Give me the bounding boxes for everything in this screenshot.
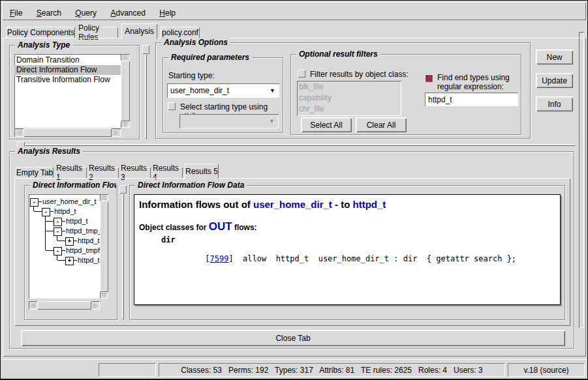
attrib-combobox-disabled: ▼ [179, 114, 279, 128]
page-scrollbar[interactable] [579, 32, 584, 328]
list-item[interactable]: Domain Transition [14, 55, 121, 65]
regex-checkbox[interactable] [425, 74, 433, 82]
tab-policy-conf[interactable]: policy.conf [161, 27, 200, 38]
scroll-thumb[interactable] [37, 301, 91, 310]
tab-results-3[interactable]: Results 3 [121, 167, 151, 178]
flow-data-text[interactable]: Information flows out of user_home_dir_t… [134, 194, 561, 305]
scroll-up-icon[interactable]: △ [121, 54, 130, 61]
tab-results-1[interactable]: Results 1 [56, 167, 87, 178]
tree-node-label[interactable]: httpd_t [66, 216, 88, 226]
sash-line[interactable] [145, 54, 147, 139]
required-parameters-group: Required parameters Starting type: user_… [162, 57, 283, 133]
rule-number-link[interactable]: 7599 [209, 254, 228, 263]
tree-row[interactable]: - httpd_tmp_t [29, 226, 100, 236]
tree-node-label[interactable]: httpd_t [78, 256, 100, 265]
tree-row[interactable]: + httpd_t [29, 256, 100, 265]
target-type: httpd_t [353, 199, 386, 210]
flow-tree-title: Direct Information Flow T [30, 181, 116, 190]
tab-empty-tab[interactable]: Empty Tab [16, 167, 54, 178]
tree-node-label[interactable]: httpd_tmpfs_t [66, 246, 100, 256]
regex-checkbox-row: Find end types using regular expression: [425, 74, 521, 91]
sash-line[interactable] [122, 194, 124, 319]
regex-input[interactable]: httpd_t [425, 93, 518, 106]
tree-node-label[interactable]: httpd_tmp_t [66, 226, 100, 236]
menu-help[interactable]: Help [159, 8, 176, 18]
scroll-left-icon[interactable]: ◁ [14, 130, 23, 136]
starting-type-combobox[interactable]: user_home_dir_t ▼ [167, 83, 279, 98]
rule-line: [7599] allow httpd_t user_home_dir_t : d… [158, 245, 560, 272]
tab-results-4[interactable]: Results 4 [153, 167, 183, 178]
scroll-up-icon[interactable]: △ [100, 194, 108, 201]
sash-handle[interactable] [142, 45, 149, 54]
sash-handle[interactable] [119, 185, 127, 194]
tab-results-2[interactable]: Results 2 [89, 167, 119, 178]
flow-heading: Information flows out of user_home_dir_t… [139, 199, 560, 210]
source-type: user_home_dir_t [253, 199, 332, 210]
menu-file[interactable]: File [10, 8, 22, 18]
new-button[interactable]: New [536, 50, 573, 65]
tab-analysis[interactable]: Analysis [121, 23, 157, 39]
status-stats: Classes: 53 Perms: 192 Types: 317 Attrib… [159, 363, 505, 377]
tab-policy-rules[interactable]: Policy Rules [78, 27, 118, 38]
scroll-thumb[interactable] [121, 61, 130, 121]
flow-tree-group: Direct Information Flow T [24, 185, 117, 320]
tree-expander[interactable]: - [42, 208, 50, 216]
tree-row[interactable]: + httpd_t [29, 236, 100, 246]
scroll-down-icon[interactable]: ▽ [100, 292, 108, 299]
tree-row[interactable]: - httpd_tmpfs_t [29, 246, 100, 256]
menu-query[interactable]: Query [75, 8, 97, 18]
analysis-type-hscrollbar[interactable]: ◁ ▷ [14, 128, 121, 137]
list-item-selected[interactable]: Direct Information Flow [14, 65, 121, 75]
analysis-type-list[interactable]: Domain Transition Direct Information Flo… [14, 54, 121, 128]
tree-hscrollbar[interactable]: ◁ ▷ [29, 301, 100, 310]
scroll-thumb[interactable] [100, 201, 108, 292]
tree-row[interactable]: - httpd_t [29, 216, 100, 226]
info-button[interactable]: Info [536, 96, 573, 111]
tree-expander[interactable]: + [65, 237, 74, 246]
tree-expander[interactable]: - [54, 227, 62, 236]
tree-expander[interactable]: + [65, 257, 74, 265]
scroll-thumb[interactable] [23, 128, 112, 137]
tree-node-label[interactable]: user_home_dir_t [42, 197, 97, 207]
analysis-type-title: Analysis Type [15, 40, 72, 50]
flow-tree[interactable]: - user_home_dir_t - httpd_t - httpd_t - … [29, 194, 100, 299]
object-class-checkbox[interactable] [298, 70, 305, 78]
object-class-label: dir [161, 235, 560, 244]
status-empty-panel [99, 363, 156, 377]
scroll-right-icon[interactable]: ▷ [91, 302, 100, 309]
close-tab-button[interactable]: Close Tab [21, 330, 565, 346]
clear-all-button[interactable]: Clear All [356, 117, 407, 132]
scroll-left-icon[interactable]: ◁ [29, 302, 37, 309]
flow-data-group: Direct Information Flow Data Information… [129, 185, 565, 320]
attrib-checkbox[interactable] [168, 102, 176, 110]
tree-vscrollbar[interactable]: △ ▽ [100, 194, 108, 299]
tree-node-label-selected[interactable]: httpd_t [54, 207, 76, 216]
starting-type-value: user_home_dir_t [170, 86, 229, 95]
select-all-button[interactable]: Select All [301, 117, 352, 132]
tree-node-label[interactable]: httpd_t [78, 236, 100, 246]
update-button[interactable]: Update [536, 73, 573, 88]
starting-type-label: Starting type: [168, 71, 215, 80]
scroll-right-icon[interactable]: ▷ [112, 130, 121, 136]
tab-results-5[interactable]: Results 5 [185, 164, 219, 179]
tree-row[interactable]: - httpd_t [29, 207, 100, 216]
status-version: v.18 (source) [508, 363, 585, 377]
tree-expander[interactable]: - [30, 198, 39, 207]
sash-line[interactable] [25, 144, 575, 146]
apol-window: File Search Query Advanced Help Policy C… [0, 0, 588, 380]
menu-search[interactable]: Search [37, 8, 61, 18]
menu-advanced[interactable]: Advanced [110, 8, 145, 18]
status-bar: Classes: 53 Perms: 192 Types: 317 Attrib… [1, 359, 588, 379]
analysis-type-vscrollbar[interactable]: △ ▽ [121, 54, 130, 128]
object-class-checkbox-label: Filter results by object class: [310, 70, 409, 79]
dropdown-arrow-icon: ▼ [269, 118, 275, 124]
tree-expander[interactable]: - [54, 218, 62, 226]
list-item[interactable]: Transitive Information Flow [14, 75, 121, 85]
tab-policy-components[interactable]: Policy Components [7, 27, 75, 38]
object-class-list-disabled: blk_file capability chr_file [297, 81, 401, 116]
tree-row[interactable]: - user_home_dir_t [29, 197, 100, 207]
flow-subheading: Object classes for OUT flows: [139, 220, 560, 233]
scroll-down-icon[interactable]: ▽ [121, 121, 130, 128]
dropdown-arrow-icon[interactable]: ▼ [270, 87, 275, 94]
tree-expander[interactable]: - [54, 247, 62, 256]
